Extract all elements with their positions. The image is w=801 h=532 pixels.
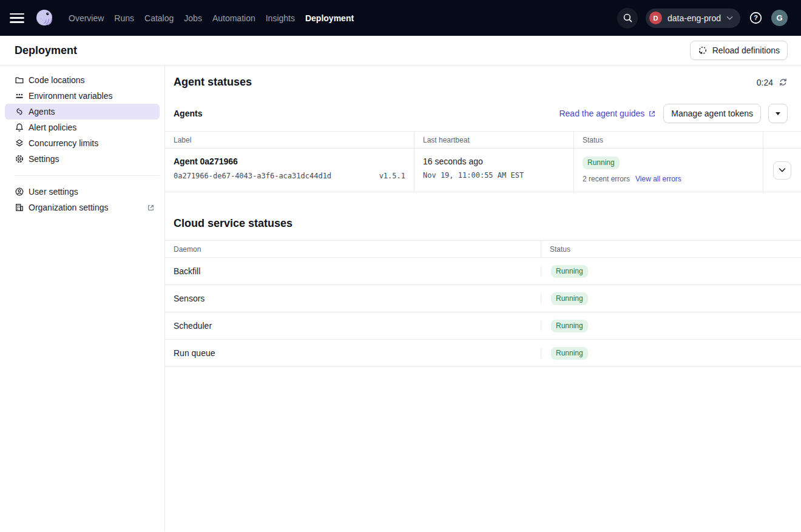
search-icon: [623, 13, 633, 23]
primary-nav: Overview Runs Catalog Jobs Automation In…: [69, 13, 354, 23]
nav-item-catalog[interactable]: Catalog: [144, 13, 174, 23]
nav-item-insights[interactable]: Insights: [266, 13, 295, 23]
bell-icon: [15, 123, 24, 132]
deployment-initial-badge: D: [649, 12, 662, 24]
user-avatar[interactable]: G: [771, 10, 788, 26]
status-badge: Running: [551, 292, 588, 305]
agent-tokens-menu-button[interactable]: [768, 104, 788, 123]
svg-text:?: ?: [754, 14, 758, 21]
sidebar-item-label: Environment variables: [29, 91, 113, 101]
reload-definitions-button[interactable]: Reload definitions: [690, 41, 788, 60]
deployment-switcher-label: data-eng-prod: [668, 13, 721, 23]
sidebar-item-settings[interactable]: Settings: [5, 151, 160, 167]
column-header-last-heartbeat: Last heartbeat: [414, 132, 574, 148]
countdown-value: 0:24: [757, 78, 773, 87]
heartbeat-relative: 16 seconds ago: [423, 157, 565, 166]
ellipsis-icon: [15, 91, 24, 101]
agents-table-header: Label Last heartbeat Status: [165, 132, 801, 149]
manage-agent-tokens-button[interactable]: Manage agent tokens: [663, 104, 761, 123]
agent-name: Agent 0a271966: [174, 157, 405, 166]
nav-item-deployment[interactable]: Deployment: [305, 13, 354, 23]
sidebar-item-organization-settings[interactable]: Organization settings: [5, 200, 160, 215]
dagster-logo[interactable]: [33, 7, 55, 29]
reload-definitions-icon: [698, 45, 708, 55]
page-title: Deployment: [15, 44, 77, 57]
main-content: Agent statuses 0:24 Agents Read the agen…: [165, 66, 801, 531]
view-all-errors-link[interactable]: View all errors: [635, 175, 681, 183]
sidebar-item-alert-policies[interactable]: Alert policies: [5, 120, 160, 135]
help-icon: ?: [748, 10, 763, 25]
agent-label-cell: Agent 0a271966 0a271966-de67-4043-a3f6-a…: [165, 149, 414, 192]
sidebar-item-label: Agents: [29, 107, 55, 116]
column-header-label: Label: [165, 132, 414, 148]
status-badge: Running: [551, 265, 588, 278]
external-link-icon: [648, 110, 656, 118]
daemon-row-backfill: Backfill Running: [165, 258, 801, 285]
daemon-row-sensors: Sensors Running: [165, 285, 801, 312]
daemon-name: Backfill: [165, 266, 541, 276]
cloud-service-statuses-title: Cloud service statuses: [165, 217, 801, 230]
status-badge: Running: [583, 157, 620, 169]
nav-item-jobs[interactable]: Jobs: [184, 13, 202, 23]
top-nav: Overview Runs Catalog Jobs Automation In…: [0, 0, 801, 36]
refresh-countdown: 0:24: [757, 78, 788, 87]
dagster-octopus-icon: [33, 7, 55, 29]
status-badge: Running: [551, 320, 588, 332]
manage-agent-tokens-label: Manage agent tokens: [671, 109, 753, 118]
nav-item-runs[interactable]: Runs: [114, 13, 134, 23]
expand-agent-row-button[interactable]: [773, 161, 791, 180]
sidebar-divider: [15, 175, 160, 176]
building-icon: [15, 203, 24, 212]
agents-table: Label Last heartbeat Status Agent 0a2719…: [165, 131, 801, 192]
nav-item-overview[interactable]: Overview: [69, 13, 104, 23]
refresh-button[interactable]: [779, 78, 788, 87]
reload-definitions-label: Reload definitions: [712, 45, 780, 55]
agents-section-label: Agents: [174, 109, 202, 118]
column-header-status: Status: [574, 132, 763, 148]
agent-guides-link[interactable]: Read the agent guides: [559, 109, 656, 118]
gear-icon: [15, 154, 24, 164]
sidebar-item-label: Concurrency limits: [29, 138, 98, 148]
sidebar-item-code-locations[interactable]: Code locations: [5, 72, 160, 88]
recent-errors-summary: 2 recent errors: [583, 175, 630, 183]
sidebar-item-user-settings[interactable]: User settings: [5, 184, 160, 200]
daemon-name: Sensors: [165, 294, 541, 303]
agent-heartbeat-cell: 16 seconds ago Nov 19, 11:00:55 AM EST: [414, 149, 574, 192]
column-header-status: Status: [541, 241, 801, 257]
cloud-table-header: Daemon Status: [165, 241, 801, 258]
daemon-name: Scheduler: [165, 321, 541, 331]
cloud-service-statuses-table: Daemon Status Backfill Running Sensors R…: [165, 240, 801, 367]
sidebar-item-concurrency-limits[interactable]: Concurrency limits: [5, 135, 160, 151]
heartbeat-timestamp: Nov 19, 11:00:55 AM EST: [423, 171, 565, 180]
sidebar-item-label: Alert policies: [29, 123, 76, 132]
agent-status-cell: Running 2 recent errors View all errors: [574, 149, 763, 192]
deployment-switcher[interactable]: D data-eng-prod: [646, 8, 740, 28]
nav-item-automation[interactable]: Automation: [212, 13, 255, 23]
sidebar-item-agents[interactable]: Agents: [5, 104, 160, 120]
search-button[interactable]: [617, 8, 638, 29]
topnav-right-cluster: D data-eng-prod ? G: [617, 8, 788, 29]
sidebar-item-label: Settings: [29, 154, 59, 164]
status-badge: Running: [551, 347, 588, 360]
daemon-row-scheduler: Scheduler Running: [165, 312, 801, 340]
help-button[interactable]: ?: [748, 10, 763, 25]
user-circle-icon: [15, 187, 24, 197]
sidebar-item-label: Code locations: [29, 75, 85, 85]
column-header-actions: [763, 132, 801, 148]
chevron-down-icon: [726, 16, 733, 21]
chevron-down-icon: [779, 167, 786, 173]
agent-icon: [15, 107, 24, 116]
sidebar-item-label: User settings: [29, 187, 78, 197]
sidebar-item-label: Organization settings: [29, 203, 109, 212]
agent-guides-link-label: Read the agent guides: [559, 109, 644, 118]
agent-actions-cell: [763, 149, 801, 192]
sidebar-item-environment-variables[interactable]: Environment variables: [5, 88, 160, 104]
agent-row: Agent 0a271966 0a271966-de67-4043-a3f6-a…: [165, 149, 801, 192]
page-header: Deployment Reload definitions: [0, 36, 801, 66]
folder-icon: [15, 75, 24, 85]
hamburger-menu-button[interactable]: [10, 12, 25, 24]
agent-version: v1.5.1: [379, 172, 405, 180]
agent-statuses-title: Agent statuses: [174, 76, 252, 89]
deployment-sidebar: Code locations Environment variables Age…: [0, 66, 165, 531]
external-link-icon: [147, 204, 155, 212]
